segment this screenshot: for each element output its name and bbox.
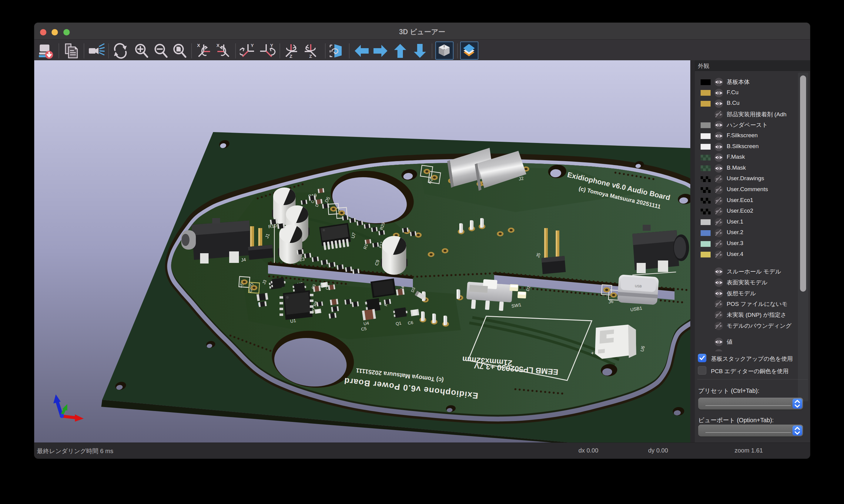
svg-text:Y: Y: [251, 43, 254, 48]
svg-text:J4: J4: [241, 257, 246, 263]
svg-text:Y: Y: [270, 43, 273, 48]
svg-text:X: X: [197, 43, 200, 48]
svg-text:X: X: [217, 43, 220, 48]
svg-text:U4: U4: [363, 321, 369, 326]
svg-text:Z: Z: [290, 54, 292, 59]
svg-text:Q1: Q1: [395, 321, 402, 326]
svg-text:Z: Z: [309, 54, 312, 59]
svg-text:C5: C5: [361, 326, 367, 332]
svg-text:USB: USB: [635, 284, 642, 288]
svg-text:C6: C6: [408, 320, 414, 326]
